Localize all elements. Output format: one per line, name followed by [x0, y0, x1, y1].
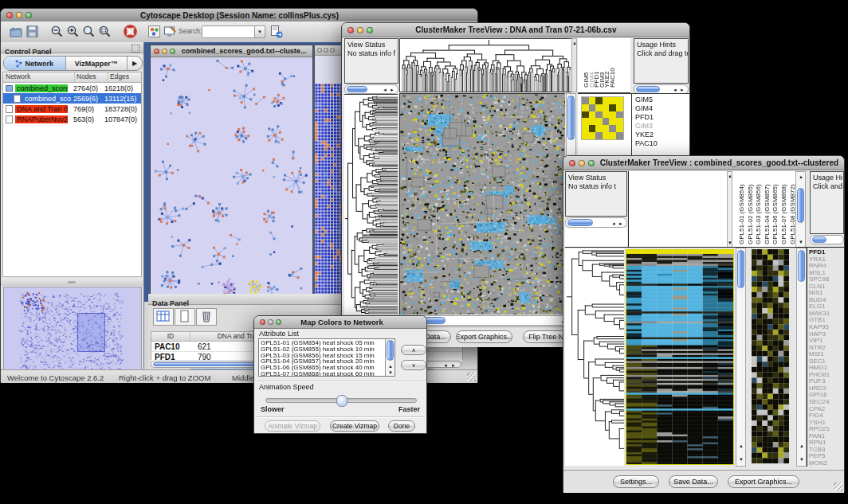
matrix-cell[interactable]	[616, 97, 623, 104]
settings-button[interactable]: Settings...	[613, 475, 659, 488]
matrix-cell[interactable]	[582, 118, 589, 125]
matrix-cell[interactable]	[589, 118, 596, 125]
dialog-titlebar[interactable]: Map Colors to Network	[254, 316, 426, 329]
create-vizmap-button[interactable]: Create Vizmap	[330, 420, 379, 432]
gene-label[interactable]: PFD1	[635, 113, 658, 122]
tabs-overflow-icon[interactable]: ▶	[128, 57, 142, 70]
move-up-button[interactable]: ∧	[401, 345, 426, 355]
matrix-cell[interactable]	[616, 125, 623, 132]
col-nodes[interactable]: Nodes	[75, 72, 108, 82]
labels-vscrollbar[interactable]: ▲▼	[795, 171, 806, 248]
resize-grip[interactable]	[467, 373, 476, 381]
network-row[interactable]: RNAPuberNov2+563(0)107847(0)	[3, 114, 141, 124]
col-id[interactable]: ID	[151, 332, 190, 341]
search-input[interactable]	[202, 25, 256, 38]
animate-vizmap-button[interactable]: Animate Vizmap	[265, 420, 320, 432]
col-network[interactable]: Network	[3, 72, 75, 82]
minimize-icon[interactable]	[162, 49, 167, 54]
birdseye-view[interactable]	[3, 287, 142, 374]
attribute-item[interactable]: GPL51-07 (GSM868) heat shock 60 min	[259, 371, 395, 377]
network-graph-canvas[interactable]	[151, 57, 312, 298]
matrix-cell[interactable]	[609, 125, 616, 132]
maximize-icon[interactable]	[26, 12, 32, 18]
matrix-cell[interactable]	[616, 104, 623, 111]
maximize-icon[interactable]	[367, 27, 373, 33]
speed-slider[interactable]	[265, 398, 417, 403]
maximize-icon[interactable]	[330, 48, 335, 53]
gene-label[interactable]: MON2	[809, 460, 845, 467]
matrix-cell[interactable]	[603, 104, 610, 111]
vizmapper-icon[interactable]	[147, 25, 162, 39]
column-label[interactable]: GPL51-03 (GSM856)	[755, 184, 762, 244]
column-label[interactable]: GPL51-01 (GSM854)	[738, 184, 745, 244]
maximize-icon[interactable]	[588, 160, 595, 166]
open-file-icon[interactable]	[9, 25, 23, 39]
minimize-icon[interactable]	[268, 319, 273, 325]
gene-label[interactable]: PAC10	[635, 139, 658, 148]
col-edges[interactable]: Edges	[108, 72, 141, 82]
matrix-cell[interactable]	[595, 111, 603, 119]
close-icon[interactable]	[347, 27, 354, 33]
summary-heatmap-canvas[interactable]	[752, 249, 789, 463]
heatmap-canvas[interactable]	[399, 93, 565, 315]
column-label[interactable]: GPL51-06 (GSM865)	[771, 184, 779, 244]
done-button[interactable]: Done	[388, 420, 415, 432]
minimize-icon[interactable]	[324, 48, 328, 53]
delete-attribute-icon[interactable]	[196, 308, 217, 326]
network-row[interactable]: combined_sco2569(6)13112(15)	[3, 93, 141, 104]
gene-label[interactable]: GIM4	[635, 104, 658, 113]
matrix-cell[interactable]	[582, 104, 589, 111]
table-view-icon[interactable]	[153, 308, 174, 326]
usage-hints-scrollbar[interactable]	[810, 235, 844, 244]
matrix-cell[interactable]	[589, 132, 596, 139]
matrix-cell[interactable]	[595, 132, 603, 139]
export-document-icon[interactable]	[269, 25, 284, 39]
minimize-icon[interactable]	[357, 27, 363, 33]
network-row[interactable]: combined_scores2764(0)16218(0)	[3, 83, 141, 93]
maximize-icon[interactable]	[170, 49, 175, 54]
close-icon[interactable]	[154, 49, 159, 54]
matrix-cell[interactable]	[582, 125, 589, 132]
matrix-cell[interactable]	[595, 97, 603, 104]
column-scroll-strip[interactable]: ▲	[571, 38, 577, 92]
attribute-list[interactable]: GPL51-01 (GSM854) heat shock 05 minGPL51…	[258, 338, 395, 377]
zoom-in-icon[interactable]	[66, 25, 80, 39]
matrix-cell[interactable]	[616, 132, 623, 139]
tab-vizmapper[interactable]: VizMapper™	[66, 57, 128, 70]
float-panel-icon[interactable]	[132, 45, 139, 53]
attribute-list-scrollbar[interactable]: ▲▼	[385, 339, 395, 376]
matrix-cell[interactable]	[589, 97, 596, 104]
view-status-scrollbar[interactable]: ◄►	[344, 84, 398, 94]
matrix-cell[interactable]	[595, 125, 603, 132]
zoom-fit-icon[interactable]	[82, 25, 96, 39]
summary-vscrollbar[interactable]: ▲▼	[796, 248, 807, 467]
zoom-out-icon[interactable]	[50, 25, 65, 39]
matrix-cell[interactable]	[589, 104, 596, 111]
matrix-cell[interactable]	[595, 104, 603, 111]
matrix-cell[interactable]	[609, 132, 616, 139]
row-dendrogram[interactable]	[344, 94, 398, 315]
treeview-combined-titlebar[interactable]: ClusterMaker TreeView : combined_scores_…	[563, 156, 844, 170]
column-label[interactable]: GPL51-02 (GSM855)	[747, 184, 754, 244]
matrix-cell[interactable]	[595, 118, 603, 125]
column-dendrogram[interactable]	[399, 38, 571, 92]
save-data-button[interactable]: Save Data...	[669, 475, 718, 488]
close-icon[interactable]	[569, 160, 575, 166]
zoom-selected-icon[interactable]	[98, 25, 112, 39]
heatmap-vscrollbar[interactable]: ▲▼	[736, 248, 746, 467]
help-lifering-icon[interactable]	[124, 25, 138, 39]
matrix-cell[interactable]	[582, 97, 589, 104]
maximize-icon[interactable]	[276, 319, 281, 325]
column-label[interactable]: PAC10	[609, 68, 616, 88]
column-label[interactable]: GPL51-04 (GSM857)	[764, 184, 771, 244]
new-attribute-icon[interactable]	[175, 308, 195, 326]
minimize-icon[interactable]	[16, 12, 22, 18]
export-graphics-button[interactable]: Export Graphics...	[728, 475, 799, 488]
main-titlebar[interactable]: Cytoscape Desktop (Session Name: collins…	[1, 9, 477, 22]
label-scroll-strip[interactable]: ▲▼	[727, 171, 732, 248]
matrix-cell[interactable]	[603, 132, 610, 139]
view-status-scrollbar[interactable]: ◄►	[565, 217, 627, 228]
matrix-cell[interactable]	[603, 118, 610, 125]
matrix-cell[interactable]	[609, 118, 616, 125]
network-editor-icon[interactable]	[163, 25, 178, 39]
